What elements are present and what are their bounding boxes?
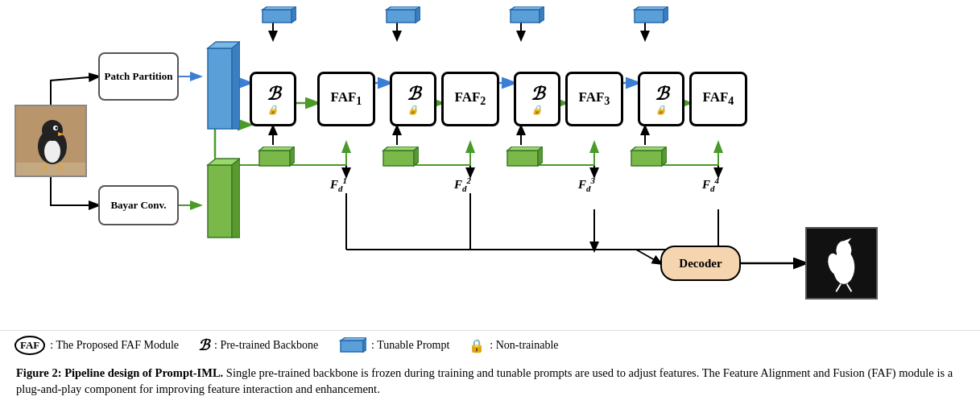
- feature-bottom-b1: [254, 147, 295, 171]
- backbone-block-b4: ℬ 🔒: [638, 72, 684, 126]
- svg-point-35: [56, 127, 58, 130]
- fd4-label: Fd4: [702, 176, 719, 193]
- svg-marker-50: [416, 6, 420, 23]
- legend-prompt-text: : Tunable Prompt: [371, 339, 449, 352]
- legend-backbone: ℬ : Pre-trained Backbone: [198, 337, 318, 354]
- backbone-symbol: ℬ: [198, 337, 209, 354]
- svg-marker-54: [635, 10, 664, 23]
- svg-marker-47: [292, 6, 296, 23]
- svg-marker-62: [414, 147, 419, 166]
- prompt-top-b2: [382, 6, 414, 23]
- bayar-conv-label: Bayar Conv.: [110, 199, 166, 212]
- feature-bottom-b2: [378, 147, 419, 171]
- svg-marker-78: [363, 337, 366, 352]
- b2-lock: 🔒: [407, 105, 419, 115]
- faf3-label: FAF3: [579, 89, 610, 108]
- svg-marker-68: [662, 147, 667, 166]
- diagram-area: Patch Partition Bayar Conv.: [0, 0, 980, 330]
- decoder-label: Decoder: [679, 257, 722, 271]
- faf1-label: FAF1: [331, 89, 362, 108]
- svg-line-27: [636, 250, 660, 263]
- svg-rect-30: [16, 163, 87, 177]
- prompt-legend-icon: [337, 337, 366, 353]
- svg-marker-45: [263, 10, 292, 23]
- svg-marker-51: [511, 10, 540, 23]
- legend-prompt: : Tunable Prompt: [337, 337, 449, 353]
- b4-label: ℬ: [655, 84, 668, 105]
- svg-marker-48: [387, 10, 416, 23]
- legend-faf-text: : The Proposed FAF Module: [50, 339, 179, 352]
- green-volume: [200, 157, 230, 237]
- bayar-conv-box: Bayar Conv.: [98, 185, 179, 225]
- faf-block-2: FAF2: [441, 72, 499, 126]
- b2-label: ℬ: [407, 84, 420, 105]
- svg-marker-64: [507, 147, 543, 151]
- prompt-top-b4: [630, 6, 662, 23]
- svg-marker-58: [259, 147, 295, 151]
- svg-marker-77: [341, 337, 366, 341]
- feature-bottom-b3: [502, 147, 543, 171]
- legend-faf: FAF : The Proposed FAF Module: [14, 336, 179, 355]
- fd2-label: Fd2: [454, 176, 471, 193]
- faf-badge: FAF: [14, 336, 45, 355]
- patch-partition-box: Patch Partition: [98, 52, 179, 101]
- backbone-block-b3: ℬ 🔒: [514, 72, 560, 126]
- input-image: [14, 105, 87, 177]
- svg-marker-42: [208, 165, 232, 237]
- caption-bold: Figure 2: Pipeline design of Prompt-IML.: [16, 366, 223, 379]
- legend-lock-text: : Non-trainable: [490, 339, 558, 352]
- svg-marker-60: [383, 151, 414, 166]
- svg-marker-59: [290, 147, 295, 166]
- lock-legend-icon: 🔒: [469, 338, 485, 353]
- svg-marker-56: [664, 6, 668, 23]
- svg-point-33: [42, 120, 63, 141]
- svg-marker-65: [538, 147, 543, 166]
- svg-marker-39: [208, 48, 232, 129]
- svg-marker-44: [232, 159, 240, 237]
- svg-marker-63: [507, 151, 538, 166]
- svg-marker-67: [631, 147, 667, 151]
- b3-label: ℬ: [531, 84, 544, 105]
- legend-bar: FAF : The Proposed FAF Module ℬ : Pre-tr…: [0, 330, 980, 360]
- prompt-top-b1: [258, 6, 290, 23]
- patch-partition-label: Patch Partition: [105, 70, 173, 83]
- feature-bottom-b4: [626, 147, 667, 171]
- faf2-label: FAF2: [455, 89, 486, 108]
- b3-lock: 🔒: [531, 105, 543, 115]
- b4-lock: 🔒: [655, 105, 667, 115]
- faf-block-1: FAF1: [317, 72, 375, 126]
- svg-point-71: [836, 241, 851, 259]
- faf-block-3: FAF3: [565, 72, 623, 126]
- svg-marker-41: [232, 42, 240, 129]
- svg-point-32: [44, 140, 60, 163]
- svg-marker-66: [631, 151, 662, 166]
- faf4-label: FAF4: [703, 89, 734, 108]
- blue-volume: [200, 40, 230, 129]
- svg-marker-53: [540, 6, 544, 23]
- figure-caption: Figure 2: Pipeline design of Prompt-IML.…: [0, 360, 980, 401]
- decoder-box: Decoder: [660, 246, 741, 281]
- b1-lock: 🔒: [267, 105, 279, 115]
- svg-marker-61: [383, 147, 419, 151]
- legend-lock: 🔒 : Non-trainable: [469, 338, 558, 353]
- backbone-block-b1: ℬ 🔒: [250, 72, 296, 126]
- svg-marker-76: [341, 341, 363, 352]
- legend-backbone-text: : Pre-trained Backbone: [214, 339, 318, 352]
- b1-label: ℬ: [267, 84, 280, 105]
- backbone-block-b2: ℬ 🔒: [390, 72, 436, 126]
- output-image: [805, 227, 878, 299]
- faf-block-4: FAF4: [689, 72, 747, 126]
- fd1-label: Fd1: [330, 176, 347, 193]
- prompt-top-b3: [506, 6, 538, 23]
- svg-marker-57: [259, 151, 290, 166]
- fd3-label: Fd3: [578, 176, 595, 193]
